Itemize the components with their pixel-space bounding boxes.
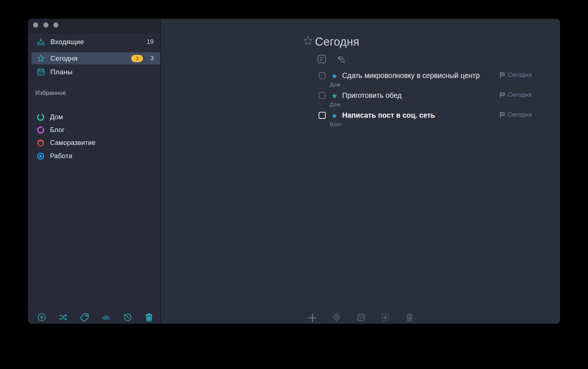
progress-ring-icon	[36, 138, 45, 147]
shuffle-button[interactable]	[58, 312, 68, 322]
sidebar-item-label: Входящие	[50, 38, 147, 46]
due-label: Сегодня	[508, 111, 532, 118]
tag-search-icon[interactable]	[336, 54, 346, 66]
task-title: Сдать микроволновку в сервисный центр	[342, 71, 480, 80]
tag-button[interactable]	[80, 312, 89, 322]
add-circle-button[interactable]	[37, 312, 46, 322]
divider	[28, 305, 160, 305]
task-due[interactable]: Сегодня	[499, 71, 532, 79]
focus-arcs-button[interactable]	[101, 312, 111, 322]
task-row[interactable]: Приготовить обед Дом Сегодня	[319, 90, 532, 109]
move-button[interactable]	[380, 312, 390, 322]
checkered-flag-icon	[499, 111, 506, 118]
due-label: Сегодня	[508, 71, 532, 79]
sidebar: Входящие 19 Сегодня 3 3	[28, 19, 161, 324]
divider	[28, 84, 160, 84]
sidebar-item-inbox[interactable]: Входящие 19	[32, 36, 160, 48]
sidebar-item-plans[interactable]: Планы	[32, 66, 160, 78]
due-badge: 3	[131, 55, 143, 62]
task-due[interactable]: Сегодня	[499, 91, 532, 99]
progress-ring-icon	[36, 152, 45, 160]
priority-star-icon	[331, 93, 338, 99]
add-task-button[interactable]	[307, 312, 317, 322]
list-label: Дом	[50, 113, 156, 121]
notes-view-icon[interactable]	[316, 53, 327, 66]
task-row[interactable]: Сдать микроволновку в сервисный центр До…	[319, 70, 532, 89]
task-checkbox[interactable]	[319, 92, 326, 99]
calendar-icon	[36, 67, 46, 77]
calendar-button[interactable]	[356, 312, 366, 322]
due-label: Сегодня	[508, 91, 532, 99]
priority-star-icon	[331, 113, 338, 119]
close-button[interactable]	[33, 22, 38, 28]
checkered-flag-icon	[499, 72, 506, 78]
sidebar-item-count: 3	[147, 55, 154, 62]
sidebar-item-list-rabota[interactable]: Работа	[32, 150, 160, 162]
priority-star-icon	[331, 73, 338, 79]
task-title: Написать пост в соц. сеть	[342, 111, 435, 120]
task-list-tag: Дом	[330, 81, 340, 88]
sidebar-item-list-blog[interactable]: Блог	[32, 124, 160, 136]
trash-button[interactable]	[144, 312, 154, 322]
sidebar-item-label: Сегодня	[50, 54, 131, 63]
checkered-flag-icon	[499, 92, 506, 98]
task-title: Приготовить обед	[342, 91, 402, 100]
sidebar-item-today[interactable]: Сегодня 3 3	[32, 52, 160, 64]
star-icon	[36, 54, 46, 63]
sidebar-item-list-samorazvitie[interactable]: Саморазвитие	[32, 137, 160, 149]
progress-ring-icon	[36, 113, 45, 121]
sidebar-item-label: Планы	[50, 68, 147, 76]
task-list-tag: Блог	[330, 121, 341, 127]
task-checkbox[interactable]	[319, 112, 326, 119]
add-list-button[interactable]	[331, 312, 341, 322]
zoom-button[interactable]	[53, 22, 58, 28]
favorites-section-header: Избранное	[35, 89, 66, 96]
list-label: Саморазвитие	[50, 139, 156, 147]
main-panel: Сегодня Сдать микроволновку в сервисный …	[161, 19, 560, 324]
divider	[28, 104, 160, 104]
task-checkbox[interactable]	[319, 72, 326, 79]
today-star-icon	[302, 35, 314, 47]
list-label: Работа	[50, 152, 156, 160]
task-row-selected[interactable]: Написать пост в соц. сеть Блог Сегодня	[319, 110, 532, 129]
minimize-button[interactable]	[43, 22, 49, 28]
page-title: Сегодня	[315, 35, 359, 49]
progress-ring-icon	[36, 125, 45, 134]
task-list-tag: Дом	[330, 101, 340, 107]
sidebar-item-count: 19	[147, 38, 154, 46]
sidebar-item-list-dom[interactable]: Дом	[32, 111, 160, 123]
app-window: Входящие 19 Сегодня 3 3	[28, 19, 560, 324]
list-label: Блог	[50, 126, 156, 134]
history-button[interactable]	[123, 312, 132, 322]
inbox-icon	[36, 37, 46, 47]
sidebar-titlebar	[28, 19, 160, 33]
trash-button[interactable]	[405, 312, 415, 322]
task-due[interactable]: Сегодня	[499, 111, 532, 118]
